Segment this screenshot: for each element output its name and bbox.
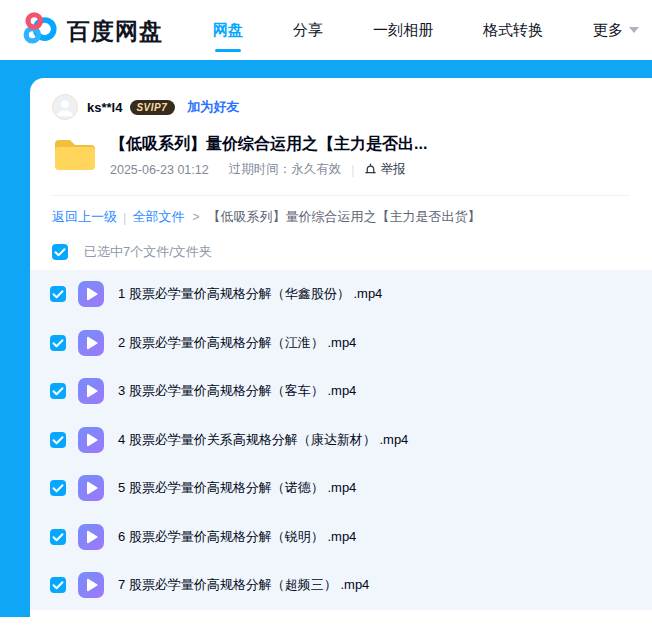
video-file-icon	[78, 330, 104, 356]
video-file-icon	[78, 378, 104, 404]
file-checkbox[interactable]	[50, 577, 66, 593]
share-date: 2025-06-23 01:12	[110, 163, 209, 177]
share-title: 【低吸系列】量价综合运用之【主力是否出...	[110, 134, 450, 155]
file-name-link[interactable]: 1 股票必学量价高规格分解（华鑫股份） .mp4	[118, 285, 382, 303]
file-row[interactable]: 6 股票必学量价高规格分解（锐明） .mp4	[30, 513, 652, 562]
report-siren-icon	[364, 162, 377, 178]
video-file-icon	[78, 524, 104, 550]
add-friend-link[interactable]: 加为好友	[187, 98, 239, 116]
top-header: 百度网盘 网盘 分享 一刻相册 格式转换 更多	[0, 0, 652, 60]
file-row[interactable]: 1 股票必学量价高规格分解（华鑫股份） .mp4	[30, 270, 652, 319]
breadcrumb-back-link[interactable]: 返回上一级	[52, 208, 117, 226]
selection-summary: 已选中7个文件/文件夹	[84, 243, 212, 261]
file-checkbox[interactable]	[50, 480, 66, 496]
breadcrumb-arrow: >	[192, 210, 199, 224]
nav-tab-share[interactable]: 分享	[293, 21, 323, 40]
video-file-icon	[78, 572, 104, 598]
file-checkbox[interactable]	[50, 383, 66, 399]
file-row[interactable]: 3 股票必学量价高规格分解（客车） .mp4	[30, 367, 652, 416]
share-meta-row: 2025-06-23 01:12 过期时间：永久有效 | 举报	[110, 161, 405, 178]
nav-tab-moment-album[interactable]: 一刻相册	[373, 21, 433, 40]
file-name-link[interactable]: 7 股票必学量价高规格分解（超频三） .mp4	[118, 576, 369, 594]
main-nav: 网盘 分享 一刻相册 格式转换 更多	[213, 0, 652, 60]
file-list: 1 股票必学量价高规格分解（华鑫股份） .mp4 2 股票必学量价高规格分解（江…	[30, 270, 652, 610]
select-all-checkbox[interactable]	[52, 244, 68, 260]
video-file-icon	[78, 427, 104, 453]
baidu-netdisk-logo-icon	[20, 10, 58, 52]
file-row[interactable]: 5 股票必学量价高规格分解（诺德） .mp4	[30, 464, 652, 513]
svip-badge: SVIP7	[130, 100, 175, 115]
file-checkbox[interactable]	[50, 286, 66, 302]
share-info-section: 【低吸系列】量价综合运用之【主力是否出... 2025-06-23 01:12 …	[52, 130, 630, 196]
folder-icon	[52, 134, 98, 178]
nav-tab-more[interactable]: 更多	[593, 21, 639, 40]
selection-bar: 已选中7个文件/文件夹	[52, 241, 212, 263]
report-label: 举报	[380, 161, 405, 178]
file-name-link[interactable]: 6 股票必学量价高规格分解（锐明） .mp4	[118, 528, 356, 546]
file-name-link[interactable]: 5 股票必学量价高规格分解（诺德） .mp4	[118, 479, 356, 497]
nav-tab-netdisk[interactable]: 网盘	[213, 21, 243, 40]
file-checkbox[interactable]	[50, 529, 66, 545]
breadcrumb-all-files-link[interactable]: 全部文件	[132, 208, 184, 226]
breadcrumb: 返回上一级 | 全部文件 > 【低吸系列】量价综合运用之【主力是否出货】	[52, 208, 480, 226]
file-row[interactable]: 4 股票必学量价关系高规格分解（康达新材） .mp4	[30, 416, 652, 465]
owner-avatar	[52, 94, 78, 120]
nav-tab-format-convert[interactable]: 格式转换	[483, 21, 543, 40]
video-file-icon	[78, 475, 104, 501]
meta-divider: |	[351, 163, 354, 177]
chevron-down-icon	[629, 27, 639, 33]
file-checkbox[interactable]	[50, 335, 66, 351]
file-name-link[interactable]: 2 股票必学量价高规格分解（江淮） .mp4	[118, 334, 356, 352]
file-checkbox[interactable]	[50, 432, 66, 448]
file-name-link[interactable]: 4 股票必学量价关系高规格分解（康达新材） .mp4	[118, 431, 408, 449]
share-expire: 过期时间：永久有效	[229, 161, 342, 178]
breadcrumb-separator: |	[123, 210, 126, 225]
breadcrumb-current-folder: 【低吸系列】量价综合运用之【主力是否出货】	[207, 208, 480, 226]
file-row[interactable]: 2 股票必学量价高规格分解（江淮） .mp4	[30, 319, 652, 368]
file-name-link[interactable]: 3 股票必学量价高规格分解（客车） .mp4	[118, 382, 356, 400]
share-card: ks**l4 SVIP7 加为好友 【低吸系列】量价综合运用之【主力是否出...…	[30, 78, 652, 629]
file-row[interactable]: 7 股票必学量价高规格分解（超频三） .mp4	[30, 561, 652, 610]
report-button[interactable]: 举报	[364, 161, 405, 178]
logo-text: 百度网盘	[67, 16, 163, 47]
video-file-icon	[78, 281, 104, 307]
share-owner-row: ks**l4 SVIP7 加为好友	[52, 94, 239, 120]
owner-name: ks**l4	[87, 100, 122, 115]
baidu-netdisk-logo[interactable]: 百度网盘	[20, 10, 163, 52]
